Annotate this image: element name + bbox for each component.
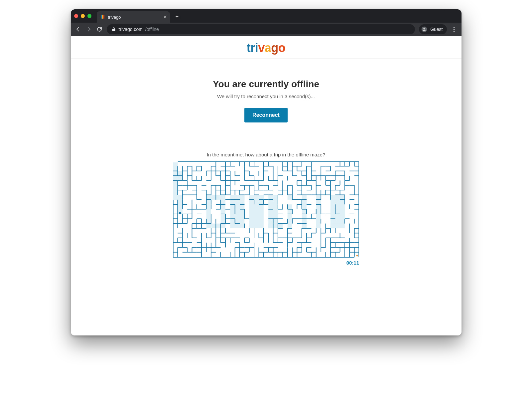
profile-label: Guest: [430, 27, 443, 32]
tab-strip: trivago ✕ +: [71, 9, 462, 23]
svg-point-733: [179, 212, 181, 214]
brand-header: trivago: [71, 36, 462, 59]
offline-maze[interactable]: [173, 161, 359, 258]
reload-button[interactable]: [96, 26, 103, 33]
address-bar[interactable]: trivago.com/offline: [107, 24, 415, 34]
svg-rect-9: [173, 180, 178, 185]
svg-rect-734: [173, 161, 178, 162]
svg-rect-13: [178, 195, 183, 200]
svg-rect-26: [288, 204, 292, 228]
svg-rect-6: [178, 171, 183, 176]
svg-rect-8: [173, 176, 178, 181]
svg-point-1: [423, 28, 425, 29]
toolbar: trivago.com/offline Guest: [71, 23, 462, 36]
trivago-logo: trivago: [247, 42, 286, 54]
svg-rect-7: [178, 176, 183, 181]
svg-rect-12: [173, 195, 178, 200]
svg-rect-4: [173, 166, 178, 171]
maze-lead: In the meantime, how about a trip in the…: [160, 152, 372, 157]
svg-rect-5: [173, 171, 178, 176]
svg-rect-11: [173, 190, 178, 195]
maximize-window-button[interactable]: [87, 14, 91, 18]
svg-rect-25: [268, 224, 283, 228]
reconnect-button[interactable]: Reconnect: [244, 108, 288, 122]
offline-page: You are currently offline We will try to…: [153, 59, 379, 271]
tab-title: trivago: [108, 15, 121, 20]
new-tab-button[interactable]: +: [173, 13, 181, 21]
page-subtitle: We will try to reconnect you in 3 second…: [160, 94, 372, 99]
maze-wrap: 00:11: [173, 161, 359, 258]
person-icon: [421, 26, 428, 33]
svg-rect-14: [178, 200, 183, 205]
back-button[interactable]: [75, 26, 81, 33]
svg-rect-23: [249, 209, 259, 214]
lock-icon: [111, 27, 116, 32]
svg-rect-32: [331, 224, 345, 228]
forward-button[interactable]: [85, 26, 92, 33]
profile-guest-button[interactable]: Guest: [419, 24, 447, 34]
minimize-window-button[interactable]: [81, 14, 85, 18]
url-host: trivago.com: [119, 27, 143, 32]
svg-rect-735: [354, 257, 359, 258]
svg-rect-19: [230, 195, 244, 200]
close-window-button[interactable]: [74, 14, 78, 18]
svg-rect-10: [173, 185, 178, 190]
maze-timer: 00:11: [346, 260, 359, 266]
favicon-trivago: [101, 15, 105, 19]
tab-trivago[interactable]: trivago ✕: [97, 11, 170, 23]
svg-rect-30: [331, 195, 345, 200]
page-content: trivago You are currently offline We wil…: [71, 36, 462, 335]
browser-menu-button[interactable]: [451, 26, 458, 33]
svg-rect-22: [249, 195, 264, 200]
page-title: You are currently offline: [160, 79, 372, 90]
browser-window: trivago ✕ + trivago.com/offline Guest: [71, 9, 462, 335]
svg-point-736: [356, 255, 358, 257]
svg-rect-15: [178, 204, 183, 209]
svg-rect-34: [288, 195, 292, 200]
window-controls: [74, 9, 91, 23]
url-path: /offline: [145, 27, 159, 32]
close-tab-icon[interactable]: ✕: [163, 15, 167, 19]
